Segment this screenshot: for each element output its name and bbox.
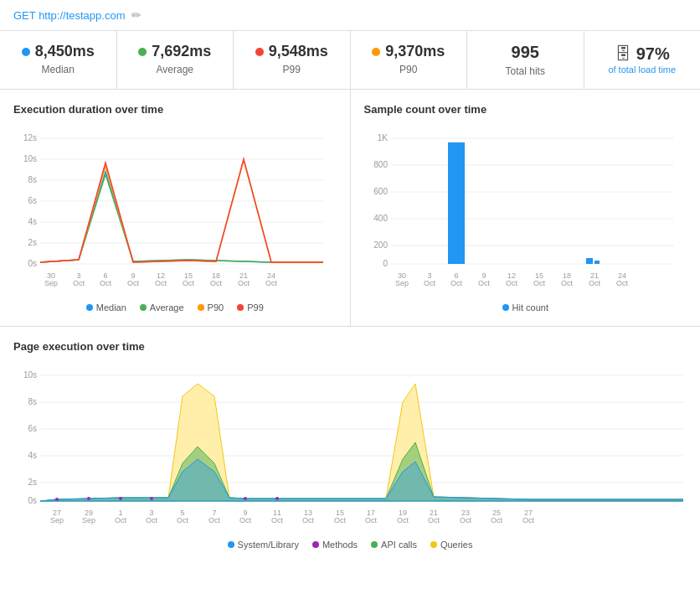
- metric-load-label: of total load time: [608, 64, 676, 75]
- legend-p90: P90: [198, 302, 224, 313]
- exec-legend: Median Average P90 P99: [13, 302, 337, 313]
- exec-duration-title: Execution duration over time: [13, 103, 337, 116]
- legend-methods-label: Methods: [322, 540, 358, 550]
- request-title: GET http://testapp.com: [13, 9, 125, 22]
- average-dot: [138, 48, 147, 56]
- svg-text:Oct: Oct: [155, 279, 167, 287]
- sample-count-chart: Sample count over time 1K 800 600 400 20…: [351, 90, 701, 326]
- svg-text:600: 600: [373, 187, 388, 196]
- svg-text:Sep: Sep: [82, 516, 95, 524]
- sample-count-title: Sample count over time: [364, 103, 687, 116]
- metric-median: 8,450ms Median: [0, 31, 117, 89]
- legend-system-label: System/Library: [238, 540, 299, 550]
- svg-text:Sep: Sep: [394, 279, 408, 287]
- svg-text:Oct: Oct: [302, 516, 315, 524]
- svg-text:10s: 10s: [23, 370, 37, 380]
- svg-text:8s: 8s: [28, 175, 37, 184]
- metric-average: 7,692ms Average: [117, 31, 234, 89]
- legend-p90-label: P90: [208, 302, 224, 313]
- svg-text:1K: 1K: [377, 133, 388, 142]
- svg-text:Oct: Oct: [239, 516, 252, 524]
- hit-count-bar-small2: [594, 261, 600, 264]
- legend-system-dot: [228, 541, 234, 548]
- svg-text:800: 800: [373, 160, 388, 169]
- legend-system: System/Library: [228, 540, 299, 550]
- metric-average-value: 7,692ms: [131, 43, 220, 60]
- sample-count-svg: 1K 800 600 400 200 0 30 Sep 3 Oct 6 Oct …: [364, 126, 674, 293]
- legend-hitcount-dot: [502, 304, 509, 311]
- svg-text:4s: 4s: [28, 451, 37, 460]
- svg-text:Oct: Oct: [115, 516, 127, 524]
- svg-text:Oct: Oct: [208, 516, 221, 524]
- svg-text:10s: 10s: [23, 154, 37, 163]
- svg-text:6s: 6s: [28, 424, 37, 433]
- metric-median-label: Median: [13, 64, 103, 75]
- svg-text:2s: 2s: [28, 478, 37, 487]
- svg-text:Oct: Oct: [588, 279, 600, 287]
- page-header: GET http://testapp.com ✏: [0, 0, 700, 31]
- legend-queries: Queries: [430, 540, 473, 550]
- svg-point-110: [119, 497, 122, 500]
- page-exec-title: Page execution over time: [13, 340, 687, 353]
- sample-legend: Hit count: [364, 302, 687, 313]
- hit-count-bar-main: [448, 142, 465, 264]
- svg-text:Sep: Sep: [50, 516, 64, 524]
- svg-text:Oct: Oct: [365, 516, 378, 524]
- legend-median-label: Median: [96, 302, 126, 313]
- svg-point-113: [244, 497, 247, 500]
- legend-median: Median: [86, 302, 126, 313]
- svg-text:Oct: Oct: [505, 279, 517, 287]
- legend-queries-label: Queries: [440, 540, 473, 550]
- svg-text:200: 200: [373, 240, 388, 250]
- page-exec-svg: 10s 8s 6s 4s 2s 0s 27 Sep 29 Sep 1 Oct 3…: [13, 363, 683, 530]
- svg-text:0s: 0s: [28, 259, 37, 268]
- legend-p99-dot: [237, 304, 244, 311]
- svg-point-114: [275, 497, 279, 500]
- metric-hits: 995 Total hits: [467, 31, 584, 89]
- svg-text:Oct: Oct: [73, 279, 85, 287]
- legend-api-label: API calls: [381, 540, 417, 550]
- request-url[interactable]: http://testapp.com: [39, 9, 125, 22]
- svg-text:Oct: Oct: [146, 516, 158, 524]
- svg-point-111: [87, 497, 90, 500]
- legend-average-label: Average: [150, 302, 184, 313]
- legend-hitcount: Hit count: [502, 302, 548, 313]
- svg-marker-107: [40, 442, 683, 501]
- metric-p99-label: P99: [247, 64, 337, 75]
- metric-p90-value: 9,370ms: [364, 43, 454, 60]
- svg-text:2s: 2s: [28, 238, 37, 247]
- exec-duration-svg: 12s 10s 8s 6s 4s 2s 0s 30 Sep 3 Oct 6 Oc…: [13, 126, 323, 293]
- exec-duration-chart: Execution duration over time 12s 10s 8s …: [0, 90, 351, 326]
- svg-point-109: [150, 497, 153, 500]
- svg-text:6s: 6s: [28, 196, 37, 205]
- svg-text:4s: 4s: [28, 217, 37, 226]
- metric-p99-value: 9,548ms: [247, 43, 337, 60]
- svg-text:0: 0: [383, 259, 388, 268]
- metric-p90: 9,370ms P90: [351, 31, 468, 89]
- metrics-row: 8,450ms Median 7,692ms Average 9,548ms P…: [0, 31, 700, 90]
- svg-text:Oct: Oct: [522, 516, 535, 524]
- svg-text:Oct: Oct: [450, 279, 462, 287]
- svg-text:Oct: Oct: [460, 516, 472, 524]
- metric-p90-label: P90: [364, 64, 454, 75]
- svg-text:Oct: Oct: [210, 279, 223, 287]
- svg-point-112: [55, 498, 59, 501]
- svg-text:Oct: Oct: [477, 279, 490, 287]
- metric-hits-label: Total hits: [481, 65, 570, 77]
- svg-text:Oct: Oct: [271, 516, 284, 524]
- legend-hitcount-label: Hit count: [512, 302, 548, 313]
- http-method: GET: [13, 9, 36, 22]
- svg-text:Oct: Oct: [127, 279, 140, 287]
- page-exec-legend: System/Library Methods API calls Queries: [13, 540, 687, 550]
- legend-average: Average: [140, 302, 184, 313]
- p90-dot: [372, 48, 380, 56]
- legend-queries-dot: [430, 541, 437, 548]
- svg-marker-106: [40, 384, 683, 501]
- legend-methods-dot: [312, 541, 319, 548]
- legend-average-dot: [140, 304, 147, 311]
- svg-text:Oct: Oct: [423, 279, 435, 287]
- edit-icon[interactable]: ✏: [131, 8, 142, 22]
- legend-methods: Methods: [312, 540, 358, 550]
- legend-p90-dot: [198, 304, 204, 311]
- metric-load: 🗄 97% of total load time: [584, 31, 701, 89]
